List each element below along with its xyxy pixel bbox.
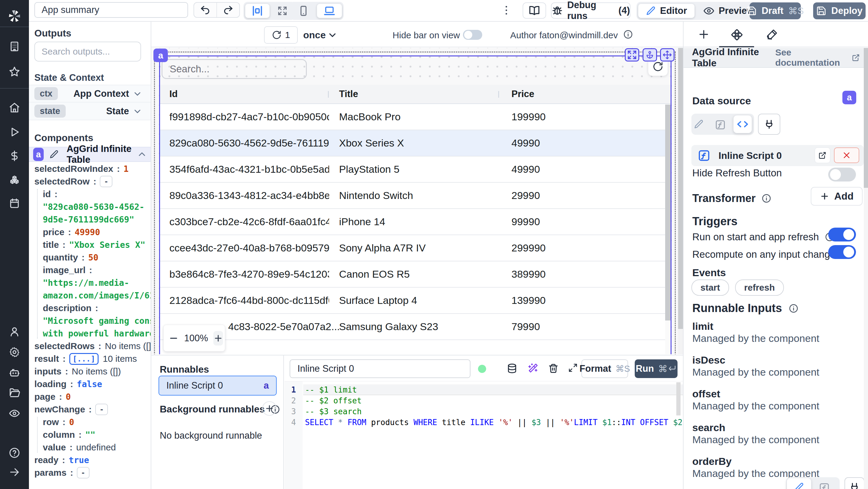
code-scrollbar[interactable] [676, 382, 681, 416]
recompute-toggle[interactable] [828, 245, 856, 259]
table-row-3[interactable]: 89c0a336-1343-4812-ac34-e4bb8e27...Ninte… [160, 183, 665, 209]
folder-icon[interactable] [0, 387, 29, 399]
bot-icon[interactable] [0, 367, 29, 378]
calendar-icon[interactable] [0, 197, 29, 209]
frequency-select[interactable]: once [303, 30, 326, 41]
code-line-1[interactable]: 1-- $1 limit [284, 385, 683, 395]
run-button[interactable]: Run ⌘ [635, 359, 678, 378]
event-pill-refresh[interactable]: refresh [735, 279, 784, 296]
refresh-interval-box[interactable]: 1 [264, 26, 298, 44]
open-script-button[interactable] [815, 147, 830, 163]
windmill-logo[interactable] [0, 8, 29, 24]
hide-refresh-toggle[interactable] [828, 167, 856, 182]
runnable-item-selected[interactable]: Inline Script 0 a [158, 376, 277, 396]
eye-icon[interactable] [0, 407, 29, 419]
insert-component-tab[interactable] [698, 28, 710, 40]
table-row-0[interactable]: f991898d-cb27-4ac7-b10c-0b9050ce1...MacB… [160, 104, 665, 130]
table-scrollbar[interactable] [665, 104, 671, 320]
expand-editor-icon[interactable] [568, 363, 578, 373]
table-row-5[interactable]: ccee43dc-27e0-40a8-b768-b09579b0...Sony … [160, 235, 665, 262]
table-row-2[interactable]: 354f6afd-43ac-4321-b1bc-0b5e5adcb...Play… [160, 156, 665, 183]
table-row-7[interactable]: 2128adca-7fc6-44bd-800c-dc115df6ac...Sur… [160, 287, 665, 314]
add-transformer-button[interactable]: Add [811, 187, 863, 206]
center-layout-button[interactable] [245, 4, 270, 18]
context-row-ctx[interactable]: ctxApp Context [29, 85, 151, 102]
database-connect-button[interactable] [844, 477, 864, 489]
redo-button[interactable] [216, 3, 239, 17]
draft-button[interactable]: Draft ⌘S [749, 2, 801, 19]
table-search-input[interactable] [161, 59, 307, 79]
format-button[interactable]: Format ⌘S [581, 359, 628, 378]
run-on-start-toggle[interactable] [828, 227, 856, 242]
see-documentation-link[interactable]: See documentation [775, 47, 860, 68]
code-source-button[interactable] [733, 115, 752, 133]
dollar-icon[interactable] [0, 150, 29, 161]
expand-component-button[interactable] [625, 48, 639, 61]
anchor-component-button[interactable] [643, 48, 657, 61]
code-line-4[interactable]: 4SELECT * FROM products WHERE title ILIK… [284, 417, 683, 428]
database-template-button[interactable] [818, 482, 830, 489]
collapse-button[interactable]: - [77, 467, 90, 479]
deploy-button[interactable]: Deploy [813, 2, 866, 19]
desktop-view-button[interactable] [317, 4, 342, 18]
table-row-8[interactable]: 4c83-8022-5e70a07a2...Samsung Galaxy S23… [160, 314, 665, 340]
delete-script-icon[interactable] [548, 363, 559, 374]
component-header-row[interactable]: a AgGrid Infinite Table [29, 147, 151, 162]
play-icon[interactable] [0, 126, 29, 138]
component-settings-tab[interactable] [731, 28, 743, 41]
add-background-runnable-button[interactable] [262, 401, 277, 416]
output-row-selectedRow[interactable]: selectedRow:- [29, 175, 147, 188]
code-line-2[interactable]: 2-- $2 offset [284, 395, 683, 406]
more-menu-button[interactable] [500, 4, 513, 16]
column-header-price[interactable]: Price [512, 89, 534, 99]
script-name-input[interactable] [290, 359, 470, 378]
user-icon[interactable] [0, 326, 29, 337]
settings-vscrollbar[interactable] [864, 48, 868, 188]
outputs-search-input[interactable] [34, 41, 141, 61]
app-summary-input[interactable] [34, 2, 188, 18]
arrow-right-icon[interactable] [0, 466, 29, 478]
app-canvas[interactable]: IdTitlePrice f991898d-cb27-4ac7-b10c-0b9… [151, 48, 678, 354]
connect-source-button[interactable] [758, 114, 780, 135]
author-info-icon[interactable] [623, 30, 633, 39]
move-component-button[interactable] [660, 48, 675, 61]
database-static-button[interactable] [786, 478, 811, 489]
building-icon[interactable] [0, 41, 29, 52]
collapse-button[interactable]: - [95, 404, 108, 415]
hide-bar-toggle[interactable] [463, 30, 482, 40]
code-editor[interactable]: 1-- $1 limit2-- $2 offset3-- $3 search4S… [284, 381, 683, 489]
mobile-view-button[interactable] [291, 4, 315, 18]
output-row-params[interactable]: params:- [29, 466, 147, 479]
remove-script-button[interactable] [834, 147, 859, 163]
collapse-button[interactable]: - [100, 176, 113, 187]
column-header-id[interactable]: Id [169, 89, 178, 99]
docs-button[interactable] [523, 2, 546, 19]
collapse-chevron-icon[interactable] [137, 150, 147, 159]
zoom-out-button[interactable] [168, 333, 179, 343]
table-row-6[interactable]: b3e864c8-7fe3-4270-89e9-54c12038...Canon… [160, 262, 665, 287]
star-icon[interactable] [0, 66, 29, 78]
table-row-4[interactable]: c303bce7-cb2e-42c6-8fdf-6aa01fc4e4...iPh… [160, 209, 665, 235]
help-icon[interactable] [0, 447, 29, 459]
canvas-scrollbar[interactable] [678, 48, 683, 329]
ai-wand-icon[interactable] [527, 363, 538, 374]
gear-icon[interactable] [0, 346, 29, 358]
template-source-button[interactable] [715, 119, 726, 130]
boxes-icon[interactable] [0, 175, 29, 186]
context-row-state[interactable]: stateState [29, 102, 151, 120]
output-row-newChange[interactable]: newChange:- [29, 403, 147, 416]
event-pill-start[interactable]: start [691, 279, 729, 296]
editor-tab[interactable]: Editor [638, 4, 695, 18]
home-icon[interactable] [0, 102, 29, 113]
debug-runs-button[interactable]: Debug runs (4) [551, 2, 630, 19]
column-header-title[interactable]: Title [339, 89, 358, 99]
rename-component-icon[interactable] [49, 150, 59, 159]
static-source-button[interactable] [693, 119, 704, 129]
table-row-1[interactable]: 829ca080-5630-4562-9d5e-7611199d...Xbox … [160, 130, 665, 156]
zoom-in-button[interactable] [213, 331, 223, 345]
expand-result-button[interactable]: [...] [69, 353, 98, 365]
undo-button[interactable] [194, 3, 216, 17]
database-icon[interactable] [507, 363, 518, 374]
styling-tab[interactable] [766, 28, 778, 40]
code-line-3[interactable]: 3-- $3 search [284, 406, 683, 417]
